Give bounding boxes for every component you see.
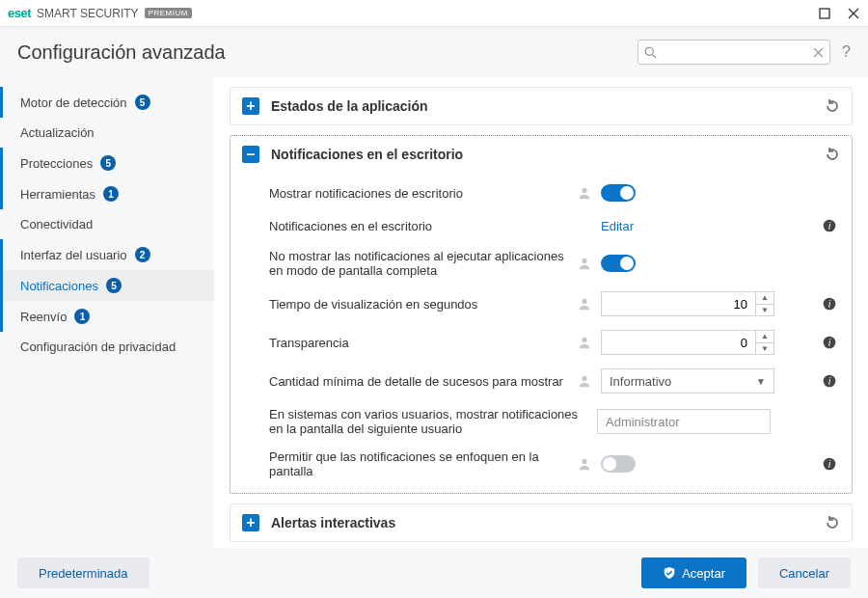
section-header[interactable]: + Estados de la aplicación (231, 88, 852, 124)
transparency-input[interactable] (601, 330, 755, 355)
sidebar-item-detection-engine[interactable]: Motor de detección 5 (0, 87, 214, 118)
row-show-notifications: Mostrar notificaciones de escritorio (231, 177, 852, 209)
svg-point-20 (582, 459, 586, 464)
row-display-time: Tiempo de visualización en segundos ▲▼ i (231, 285, 852, 323)
collapse-icon: – (242, 146, 259, 163)
sidebar-badge: 2 (135, 247, 150, 262)
edit-link[interactable]: Editar (601, 219, 634, 233)
multiuser-value: Administrator (606, 415, 680, 429)
row-label: Tiempo de visualización en segundos (269, 297, 578, 312)
chevron-down-icon: ▼ (756, 376, 766, 387)
info-icon[interactable]: i (823, 336, 836, 349)
clear-search-icon[interactable] (813, 47, 824, 58)
display-time-input[interactable] (601, 291, 755, 316)
sidebar-item-privacy[interactable]: Configuración de privacidad (0, 332, 214, 362)
section-title: Notificaciones en el escritorio (271, 147, 825, 162)
sidebar-item-label: Notificaciones (20, 279, 98, 293)
row-label: Cantidad mínima de detalle de sucesos pa… (269, 374, 578, 389)
step-down-icon[interactable]: ▼ (756, 343, 773, 355)
button-label: Aceptar (682, 566, 725, 581)
default-button[interactable]: Predeterminada (17, 557, 149, 588)
section-desktop-notifications: – Notificaciones en el escritorio Mostra… (230, 135, 853, 494)
row-fullscreen: No mostrar las notificaciones al ejecuta… (231, 242, 852, 285)
row-transparency: Transparencia ▲▼ i (231, 323, 852, 362)
revert-icon[interactable] (825, 147, 840, 162)
row-label: En sistemas con varios usuarios, mostrar… (269, 407, 597, 436)
revert-icon[interactable] (825, 98, 840, 114)
sidebar-item-update[interactable]: Actualización (0, 118, 214, 148)
person-icon (578, 186, 591, 200)
accept-button[interactable]: Aceptar (641, 557, 746, 588)
sidebar-badge: 5 (135, 95, 150, 110)
sidebar-item-forwarding[interactable]: Reenvío 1 (0, 301, 214, 332)
person-icon (578, 297, 591, 311)
svg-rect-0 (820, 9, 829, 18)
expand-icon: + (242, 97, 259, 115)
toggle-focus[interactable] (601, 455, 636, 473)
transparency-stepper[interactable]: ▲▼ (601, 330, 774, 355)
sidebar-item-label: Actualización (20, 125, 95, 140)
sidebar-badge: 5 (100, 155, 116, 171)
sidebar-item-label: Interfaz del usuario (20, 248, 127, 262)
display-time-stepper[interactable]: ▲▼ (601, 291, 774, 316)
revert-icon[interactable] (825, 515, 840, 530)
section-body: Mostrar notificaciones de escritorio Not… (231, 173, 852, 493)
button-label: Cancelar (779, 566, 829, 581)
sidebar-item-connectivity[interactable]: Conectividad (0, 209, 214, 239)
sidebar-item-notifications[interactable]: Notificaciones 5 (0, 270, 214, 301)
button-label: Predeterminada (39, 566, 128, 581)
maximize-icon[interactable] (818, 7, 831, 20)
row-focus: Permitir que las notificaciones se enfoq… (231, 443, 852, 485)
brand-logo: eset (8, 6, 31, 20)
svg-line-4 (653, 54, 657, 58)
info-icon[interactable]: i (823, 219, 836, 232)
svg-point-3 (645, 47, 653, 55)
section-title: Alertas interactivas (271, 515, 825, 530)
sidebar-item-label: Motor de detección (20, 95, 127, 110)
person-icon (578, 336, 591, 349)
info-icon[interactable]: i (823, 457, 836, 471)
close-icon[interactable] (847, 7, 860, 20)
person-icon (578, 257, 591, 270)
step-up-icon[interactable]: ▲ (756, 292, 773, 305)
row-label: No mostrar las notificaciones al ejecuta… (269, 249, 578, 278)
svg-point-11 (582, 299, 586, 304)
verbosity-select[interactable]: Informativo ▼ (601, 368, 774, 394)
brand: eset SMART SECURITY PREMIUM (8, 6, 192, 20)
sidebar-item-protections[interactable]: Protecciones 5 (0, 148, 214, 178)
svg-point-10 (582, 258, 586, 263)
info-icon[interactable]: i (823, 297, 836, 311)
search-input[interactable] (657, 45, 813, 59)
help-icon[interactable]: ? (842, 43, 851, 61)
footer: Predeterminada Aceptar Cancelar (0, 548, 868, 598)
svg-point-17 (582, 376, 586, 381)
sidebar-item-tools[interactable]: Herramientas 1 (0, 178, 214, 209)
multiuser-field[interactable]: Administrator (597, 409, 771, 434)
toggle-show-notifications[interactable] (601, 184, 636, 202)
verbosity-value: Informativo (610, 374, 756, 389)
sidebar-badge: 1 (74, 309, 90, 324)
row-multiuser: En sistemas con varios usuarios, mostrar… (231, 400, 852, 443)
row-verbosity: Cantidad mínima de detalle de sucesos pa… (231, 362, 852, 400)
row-notifications-list: Notificaciones en el escritorio Editar i (231, 209, 852, 242)
search-box[interactable] (637, 40, 830, 65)
sidebar-item-ui[interactable]: Interfaz del usuario 2 (0, 239, 214, 270)
main-panel: + Estados de la aplicación – Notificacio… (214, 77, 868, 548)
sidebar-badge: 5 (106, 278, 122, 293)
edition-badge: PREMIUM (145, 8, 192, 18)
row-label: Notificaciones en el escritorio (269, 219, 578, 233)
row-label: Permitir que las notificaciones se enfoq… (269, 449, 578, 478)
info-icon[interactable]: i (823, 374, 836, 388)
product-name: SMART SECURITY (37, 7, 139, 20)
sidebar-item-label: Herramientas (20, 187, 95, 202)
section-header[interactable]: + Alertas interactivas (231, 504, 852, 541)
step-up-icon[interactable]: ▲ (756, 331, 773, 343)
sidebar-badge: 1 (103, 186, 119, 202)
step-down-icon[interactable]: ▼ (756, 305, 773, 316)
cancel-button[interactable]: Cancelar (758, 557, 851, 588)
toggle-fullscreen[interactable] (601, 255, 636, 272)
section-header[interactable]: – Notificaciones en el escritorio (231, 136, 852, 173)
page-title: Configuración avanzada (17, 41, 626, 64)
svg-point-14 (582, 338, 586, 342)
row-label: Mostrar notificaciones de escritorio (269, 186, 578, 201)
